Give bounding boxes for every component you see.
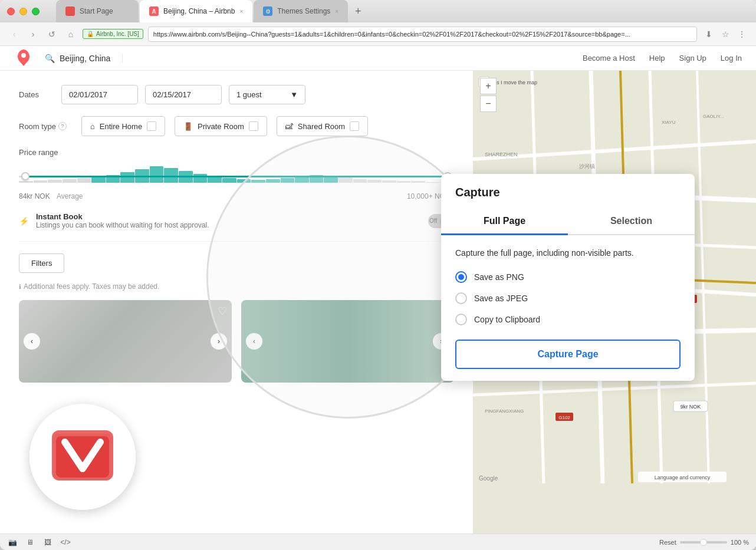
svg-text:Google: Google <box>479 475 498 482</box>
capture-modal-title: Capture <box>441 174 695 209</box>
status-zoom: Reset 100 % <box>659 539 749 546</box>
sign-up-link[interactable]: Sign Up <box>679 54 706 62</box>
capture-tab-selection[interactable]: Selection <box>568 209 695 235</box>
forward-button[interactable]: › <box>26 27 40 41</box>
bookmark-icon[interactable]: ☆ <box>718 27 732 41</box>
maximize-button[interactable] <box>32 8 40 15</box>
reload-button[interactable]: ↺ <box>45 27 59 41</box>
tab-label-themes: Themes Settings <box>277 7 330 15</box>
entire-home-icon: ⌂ <box>90 122 95 131</box>
monitor-icon[interactable]: 🖥 <box>25 537 35 548</box>
search-icon: 🔍 <box>45 54 55 63</box>
zoom-slider[interactable] <box>680 541 727 544</box>
map-zoom-out-button[interactable]: − <box>480 95 497 112</box>
tab-close-icon[interactable]: × <box>239 8 243 15</box>
zoom-value: 100 % <box>731 539 749 546</box>
svg-text:PINGFANGXIANG: PINGFANGXIANG <box>485 409 524 414</box>
checkout-input[interactable]: 02/15/2017 <box>145 85 222 104</box>
price-slider[interactable] <box>19 164 454 187</box>
capture-description: Capture the full page, including non-vis… <box>455 247 681 259</box>
card-prev-1[interactable]: ‹ <box>24 333 40 350</box>
photo-card-2[interactable]: ♡ ‹ › <box>241 300 454 383</box>
private-room-checkbox[interactable] <box>249 121 258 131</box>
new-tab-button[interactable]: + <box>349 0 367 22</box>
capture-tab-full-page[interactable]: Full Page <box>441 209 568 235</box>
shared-room-option[interactable]: 🛋 Shared Room <box>277 116 368 136</box>
photo-grid: ♡ ‹ › ♡ ‹ › <box>19 300 454 383</box>
entire-home-option[interactable]: ⌂ Entire Home <box>81 116 165 136</box>
site-header: 🔍 Beijing, China Become a Host Help Sign… <box>0 46 756 71</box>
downloads-icon[interactable]: ⬇ <box>702 27 716 41</box>
private-room-option[interactable]: 🚪 Private Room <box>175 116 267 136</box>
capture-page-button[interactable]: Capture Page <box>455 340 681 369</box>
close-button[interactable] <box>7 8 15 15</box>
radio-copy-clipboard[interactable]: Copy to Clipboard <box>455 314 681 325</box>
entire-home-checkbox[interactable] <box>147 121 156 131</box>
ssl-label: Airbnb, Inc. [US] <box>96 31 139 37</box>
radio-save-jpeg[interactable]: Save as JPEG <box>455 292 681 304</box>
private-room-icon: 🚪 <box>183 122 193 131</box>
tab-airbnb[interactable]: A Beijing, China – Airbnb × <box>140 0 252 22</box>
back-button[interactable]: ‹ <box>7 27 21 41</box>
instant-book-label: Instant Book <box>36 212 209 221</box>
map-controls: + − <box>480 78 497 112</box>
svg-text:SHAREZHEN: SHAREZHEN <box>485 152 518 157</box>
radio-clipboard-circle[interactable] <box>455 314 467 325</box>
tab-themes[interactable]: ⚙ Themes Settings × <box>254 0 348 22</box>
entire-home-label: Entire Home <box>100 122 142 131</box>
room-type-label: Room type ? <box>19 122 72 131</box>
radio-save-png[interactable]: Save as PNG <box>455 271 681 283</box>
minimize-button[interactable] <box>19 8 27 15</box>
card-prev-2[interactable]: ‹ <box>246 333 262 350</box>
camera-icon[interactable]: 📷 <box>7 537 18 548</box>
radio-png-dot <box>458 274 464 280</box>
radio-png-circle[interactable] <box>455 271 467 283</box>
price-histogram <box>19 166 454 183</box>
tab-icon-themes: ⚙ <box>263 6 272 16</box>
image-icon[interactable]: 🖼 <box>42 537 53 548</box>
status-bar: 📷 🖥 🖼 </> Reset 100 % <box>0 533 756 550</box>
private-room-label: Private Room <box>198 122 244 131</box>
guests-select[interactable]: 1 guest ▼ <box>229 85 305 104</box>
menu-icon[interactable]: ⋮ <box>735 27 749 41</box>
shared-room-checkbox[interactable] <box>350 121 359 131</box>
tab-close-themes-icon[interactable]: × <box>335 8 338 15</box>
room-type-filter-row: Room type ? ⌂ Entire Home 🚪 Private Room… <box>19 116 454 136</box>
reset-label[interactable]: Reset <box>659 539 676 546</box>
nav-actions: ⬇ ☆ ⋮ <box>702 27 749 41</box>
checkin-input[interactable]: 02/01/2017 <box>61 85 138 104</box>
code-icon[interactable]: </> <box>60 537 71 548</box>
card-next-1[interactable]: › <box>211 333 227 350</box>
tab-icon-airbnb: A <box>149 6 159 16</box>
room-type-help-icon[interactable]: ? <box>58 122 67 130</box>
capture-body: Capture the full page, including non-vis… <box>441 235 695 381</box>
become-host-link[interactable]: Become a Host <box>583 54 635 62</box>
tab-label-airbnb: Beijing, China – Airbnb <box>163 7 235 15</box>
map-zoom-in-button[interactable]: + <box>480 78 497 94</box>
photo-card-1[interactable]: ♡ ‹ › <box>19 300 232 383</box>
capture-modal: Capture Full Page Selection Capture the … <box>441 174 695 381</box>
price-range-labels: 84kr NOK Average 10,000+ NOK+ <box>19 192 454 200</box>
ssl-badge: 🔒 Airbnb, Inc. [US] <box>83 29 143 39</box>
svg-text:G102: G102 <box>558 415 570 420</box>
info-icon: ℹ <box>19 284 21 290</box>
airbnb-logo <box>14 49 33 68</box>
tab-start-page[interactable]: Start Page <box>56 0 139 22</box>
radio-jpeg-label: Save as JPEG <box>474 294 528 303</box>
instant-book-info: Instant Book Listings you can book witho… <box>36 212 209 229</box>
radio-jpeg-circle[interactable] <box>455 292 467 304</box>
capture-tabs: Full Page Selection <box>441 209 695 235</box>
svg-text:沙河镇: 沙河镇 <box>579 163 595 169</box>
help-link[interactable]: Help <box>649 54 665 62</box>
slider-thumb-min[interactable] <box>21 172 29 180</box>
site-search[interactable]: 🔍 Beijing, China <box>45 54 123 63</box>
title-bar: Start Page A Beijing, China – Airbnb × ⚙… <box>0 0 756 22</box>
favorite-icon-1[interactable]: ♡ <box>218 305 227 318</box>
log-in-link[interactable]: Log In <box>721 54 742 62</box>
zoom-knob <box>700 539 707 546</box>
filters-button[interactable]: Filters <box>19 253 64 273</box>
home-button[interactable]: ⌂ <box>64 27 78 41</box>
url-bar[interactable]: https://www.airbnb.com/s/Beijing--China?… <box>148 27 697 42</box>
url-text: https://www.airbnb.com/s/Beijing--China?… <box>153 31 630 38</box>
header-navigation: Become a Host Help Sign Up Log In <box>583 54 742 62</box>
